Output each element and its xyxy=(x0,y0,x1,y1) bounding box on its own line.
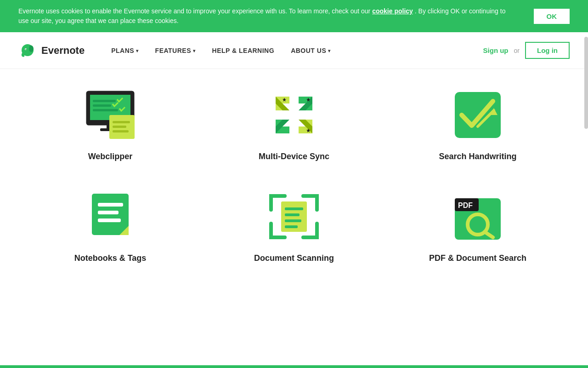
navbar: Evernote PLANS ▾ FEATURES ▾ HELP & LEARN… xyxy=(0,32,588,69)
svg-rect-14 xyxy=(113,126,126,128)
svg-rect-13 xyxy=(113,121,130,123)
multidevice-icon xyxy=(266,87,322,143)
scanning-icon xyxy=(266,189,322,244)
multidevice-label: Multi-Device Sync xyxy=(259,152,329,161)
scrollbar[interactable] xyxy=(584,37,588,129)
feature-multidevice: Multi-Device Sync xyxy=(211,87,377,161)
pdfsearch-icon: PDF xyxy=(450,189,505,244)
cookie-banner: Evernote uses cookies to enable the Ever… xyxy=(0,0,588,32)
svg-rect-33 xyxy=(98,218,121,222)
handwriting-label: Search Handwriting xyxy=(439,152,516,161)
feature-pdfsearch: PDF PDF & Document Search xyxy=(395,189,560,263)
svg-rect-7 xyxy=(93,100,116,102)
features-chevron-icon: ▾ xyxy=(193,48,196,53)
features-grid: Webclipper xyxy=(28,87,560,263)
svg-rect-37 xyxy=(285,213,300,216)
nav-right: Sign up or Log in xyxy=(483,42,570,59)
notebooks-icon xyxy=(83,189,138,244)
svg-rect-39 xyxy=(285,225,298,228)
scanning-label: Document Scanning xyxy=(254,253,334,263)
svg-rect-36 xyxy=(285,207,303,210)
logo-link[interactable]: Evernote xyxy=(18,41,85,60)
plans-chevron-icon: ▾ xyxy=(136,48,139,53)
notebooks-label: Notebooks & Tags xyxy=(74,253,147,263)
sign-up-button[interactable]: Sign up xyxy=(483,46,509,54)
svg-point-2 xyxy=(26,49,27,50)
cookie-ok-button[interactable]: OK xyxy=(534,9,570,24)
cookie-message: Evernote uses cookies to enable the Ever… xyxy=(18,6,515,26)
pdfsearch-label: PDF & Document Search xyxy=(429,253,526,263)
nav-features[interactable]: FEATURES ▾ xyxy=(147,32,204,69)
or-separator: or xyxy=(514,47,520,54)
nav-about[interactable]: ABOUT US ▾ xyxy=(283,32,339,69)
webclipper-label: Webclipper xyxy=(88,152,133,161)
svg-rect-32 xyxy=(98,211,119,214)
login-button[interactable]: Log in xyxy=(525,42,570,59)
svg-point-3 xyxy=(29,46,34,52)
svg-text:PDF: PDF xyxy=(458,201,473,209)
svg-rect-31 xyxy=(98,203,123,207)
main-content: Webclipper xyxy=(0,69,588,291)
feature-scanning: Document Scanning xyxy=(211,189,377,263)
logo-text: Evernote xyxy=(41,45,85,57)
handwriting-icon xyxy=(450,87,505,143)
svg-rect-9 xyxy=(93,109,118,111)
nav-links: PLANS ▾ FEATURES ▾ HELP & LEARNING ABOUT… xyxy=(103,32,483,69)
cookie-policy-link[interactable]: cookie policy xyxy=(372,7,413,15)
svg-rect-15 xyxy=(113,130,129,132)
webclipper-icon xyxy=(83,87,138,143)
evernote-logo-icon xyxy=(18,41,37,60)
nav-plans[interactable]: PLANS ▾ xyxy=(103,32,147,69)
feature-notebooks: Notebooks & Tags xyxy=(28,189,193,263)
svg-rect-8 xyxy=(93,104,111,107)
about-chevron-icon: ▾ xyxy=(328,48,331,53)
feature-handwriting: Search Handwriting xyxy=(395,87,560,161)
svg-rect-38 xyxy=(285,219,301,222)
nav-help[interactable]: HELP & LEARNING xyxy=(204,32,283,69)
feature-webclipper: Webclipper xyxy=(28,87,193,161)
